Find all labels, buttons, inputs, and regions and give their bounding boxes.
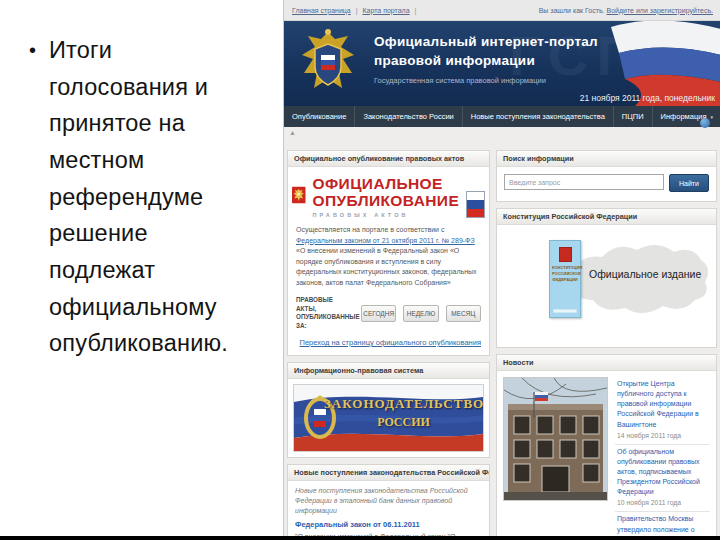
content-left-column: Официальное опубликование правовых актов…: [287, 150, 490, 537]
slide-text: Итоги голосования и принятое на местном …: [49, 32, 228, 362]
publication-description: Осуществляется на портале в соответствии…: [288, 221, 489, 290]
separator: |: [356, 7, 358, 14]
new-laws-box: Новые поступления законодательства Росси…: [287, 464, 490, 537]
portal-screenshot: Главная страница | Карта портала | Вы за…: [283, 0, 720, 537]
legislation-russia-banner[interactable]: ЗАКОНОДАТЕЛЬСТВО РОССИИ: [293, 384, 484, 452]
portal-nav: Опубликование Законодательство России Но…: [284, 106, 720, 127]
official-edition-caption: Официальное издание: [589, 268, 701, 280]
portal-date: 21 ноября 2011 года, понедельник: [580, 93, 715, 103]
legal-system-box: Информационно-правовая система: [287, 362, 490, 458]
federal-law-link[interactable]: Федеральным законом от 21 октября 2011 г…: [296, 237, 475, 244]
news-item: Правительство Москвы утвердило положение…: [615, 512, 710, 537]
new-laws-body: Новые поступления законодательства Росси…: [288, 481, 489, 537]
section-header-search: Поиск информации: [497, 151, 716, 167]
portal-header: ГСПИ Официальный интернет-портал правово…: [284, 21, 720, 106]
news-title-link[interactable]: Открытие Центра публичного доступа к пра…: [617, 379, 708, 430]
nav-label: Информация: [661, 112, 707, 121]
news-date: 14 ноября 2011 года: [617, 432, 708, 439]
portal-title-block: Официальный интернет-портал правовой инф…: [374, 33, 598, 85]
section-header-constitution: Конституция Российской Федерации: [497, 209, 716, 225]
portal-title-line1: Официальный интернет-портал: [374, 33, 598, 52]
coat-of-arms-icon: [292, 175, 306, 215]
nav-label: Новые поступления законодательства: [471, 112, 605, 121]
news-title-link[interactable]: Правительство Москвы утвердило положение…: [617, 514, 708, 537]
nav-label: Опубликование: [292, 112, 346, 121]
slide-bullet-block: • Итоги голосования и принятое на местно…: [18, 32, 274, 362]
news-item: Об официальном опубликовании правовых ак…: [615, 445, 710, 513]
banner-text: ЗАКОНОДАТЕЛЬСТВО РОССИИ: [324, 396, 483, 430]
info-icon[interactable]: [700, 118, 710, 128]
official-publication-banner[interactable]: ОФИЦИАЛЬНОЕ ОПУБЛИКОВАНИЕ ПРАВОВЫХ АКТОВ: [288, 167, 489, 221]
description-text: Осуществляется на портале в соответствии…: [296, 226, 444, 233]
news-title-link[interactable]: Об официальном опубликовании правовых ак…: [617, 447, 708, 498]
nav-item-legislation[interactable]: Законодательство России: [355, 106, 462, 127]
topbar-right: Вы зашли как Гость. Войдите или зарегист…: [539, 7, 713, 14]
portal-content: ▲ Официальное опубликование правовых акт…: [284, 127, 720, 537]
nav-label: Законодательство России: [363, 112, 453, 121]
news-box: Новости: [496, 354, 717, 537]
portal-topbar: Главная страница | Карта портала | Вы за…: [284, 0, 720, 21]
news-item: Открытие Центра публичного доступа к пра…: [615, 377, 710, 445]
period-week-button[interactable]: НЕДЕЛЮ: [403, 305, 438, 322]
banner-line1: ЗАКОНОДАТЕЛЬСТВО: [324, 396, 483, 412]
news-list: Открытие Центра публичного доступа к пра…: [615, 377, 710, 537]
constitution-book-cover[interactable]: КОНСТИТУЦИЯ РОССИЙСКОЙ ФЕДЕРАЦИИ: [549, 240, 581, 318]
content-right-column: Поиск информации Найти Конституция Росси…: [496, 150, 717, 537]
published-acts-row: ПРАВОВЫЕ АКТЫ, ОПУБЛИКОВАННЫЕ ЗА: СЕГОДН…: [288, 290, 489, 333]
login-link[interactable]: Войдите или зарегистрируйтесь.: [607, 7, 713, 14]
banner-line2: РОССИИ: [324, 415, 483, 430]
official-publication-box: Официальное опубликование правовых актов…: [287, 150, 490, 356]
nav-item-pcpi[interactable]: ПЦПИ: [614, 106, 653, 127]
book-title: КОНСТИТУЦИЯ РОССИЙСКОЙ ФЕДЕРАЦИИ: [550, 265, 580, 283]
acts-label: ПРАВОВЫЕ АКТЫ, ОПУБЛИКОВАННЫЕ ЗА:: [296, 296, 354, 330]
russian-flag-small-icon: [466, 191, 485, 218]
new-laws-subtitle: Новые поступления законодательства Росси…: [295, 486, 482, 516]
federal-law-date-link[interactable]: Федеральный закон от 06.11.2011: [295, 520, 482, 529]
banner-title: ОФИЦИАЛЬНОЕ ОПУБЛИКОВАНИЕ: [313, 175, 460, 210]
building-photo: [503, 377, 608, 501]
search-input[interactable]: [504, 174, 664, 190]
section-header-news: Новости: [497, 355, 716, 371]
book-coat-of-arms-icon: [559, 247, 572, 262]
news-date: 10 ноября 2011 года: [617, 499, 708, 506]
goto-publication-page-link[interactable]: Переход на страницу официального опублик…: [288, 333, 489, 355]
portal-title-line2: правовой информации: [374, 52, 598, 71]
search-button[interactable]: Найти: [669, 174, 709, 192]
section-header-new-laws: Новые поступления законодательства Росси…: [288, 465, 489, 481]
visitor-status: Вы зашли как Гость.: [539, 7, 605, 14]
constitution-box: Конституция Российской Федерации КОНСТИТ…: [496, 208, 717, 348]
fso-emblem-icon: [295, 28, 361, 98]
description-rest: «О внесении изменений в Федеральный зако…: [296, 247, 477, 286]
topbar-left: Главная страница | Карта портала |: [292, 7, 419, 14]
search-row: Найти: [497, 167, 716, 201]
constitution-content: КОНСТИТУЦИЯ РОССИЙСКОЙ ФЕДЕРАЦИИ Официал…: [497, 225, 716, 347]
section-header-legal-system: Информационно-правовая система: [288, 363, 489, 379]
search-box: Поиск информации Найти: [496, 150, 717, 202]
nav-label: ПЦПИ: [622, 112, 644, 121]
slide-canvas: { "chars": { "separator": "|", "caret": …: [0, 0, 720, 540]
chevron-down-icon: ▾: [710, 114, 713, 120]
separator: |: [415, 7, 417, 14]
sitemap-link[interactable]: Карта портала: [363, 7, 410, 14]
scroll-top-icon[interactable]: ▲: [289, 129, 296, 136]
section-header-official-publication: Официальное опубликование правовых актов: [288, 151, 489, 167]
book-pages: [553, 309, 577, 313]
bullet-marker: •: [29, 39, 36, 362]
russia-map-icon: [562, 233, 712, 333]
slide-bottom-border: [0, 536, 720, 540]
nav-item-new-laws[interactable]: Новые поступления законодательства: [463, 106, 614, 127]
period-today-button[interactable]: СЕГОДНЯ: [361, 305, 396, 322]
period-month-button[interactable]: МЕСЯЦ: [446, 305, 481, 322]
portal-subtitle: Государственная система правовой информа…: [374, 76, 598, 85]
home-link[interactable]: Главная страница: [292, 7, 351, 14]
news-content: Открытие Центра публичного доступа к пра…: [497, 371, 716, 537]
nav-item-publication[interactable]: Опубликование: [284, 106, 355, 127]
banner-subtitle: ПРАВОВЫХ АКТОВ: [313, 212, 460, 218]
banner-text-block: ОФИЦИАЛЬНОЕ ОПУБЛИКОВАНИЕ ПРАВОВЫХ АКТОВ: [313, 175, 460, 218]
